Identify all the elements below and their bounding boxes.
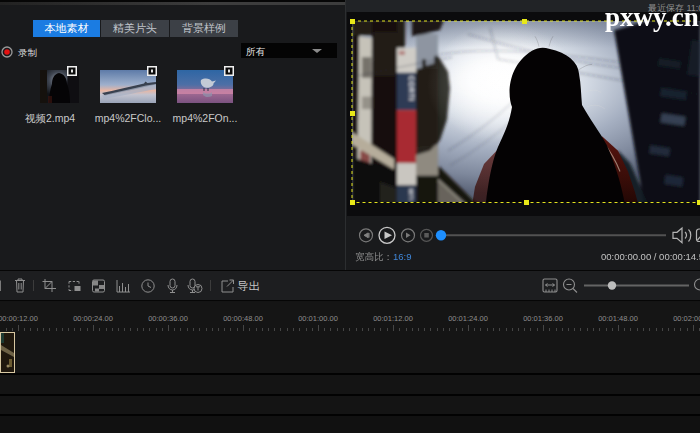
svg-text:00:01:36.00: 00:01:36.00 [523,314,563,323]
svg-text:00:00:12.00: 00:00:12.00 [0,314,38,323]
svg-text:00:01:12.00: 00:01:12.00 [373,314,413,323]
svg-text:00:01:24.00: 00:01:24.00 [448,314,488,323]
svg-text:00:01:48.00: 00:01:48.00 [598,314,638,323]
svg-text:00:00:24.00: 00:00:24.00 [73,314,113,323]
svg-text:00:00:48.00: 00:00:48.00 [223,314,263,323]
svg-text:00:01:00.00: 00:01:00.00 [298,314,338,323]
svg-text:00:00:36.00: 00:00:36.00 [148,314,188,323]
svg-text:00:02:00.00: 00:02:00.00 [673,314,700,323]
